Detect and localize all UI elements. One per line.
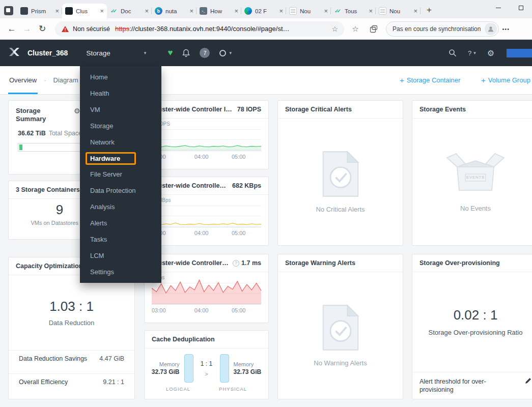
refresh-button[interactable]: ↻ [35,22,50,36]
browser-tab-active[interactable]: Clus× [62,4,107,18]
minimize-icon [496,8,501,8]
tab-close-icon[interactable]: × [189,7,193,15]
menu-item-health[interactable]: Health [80,85,161,102]
menu-item-alerts[interactable]: Alerts [80,215,161,231]
browser-tab[interactable]: Prism× [17,4,62,18]
row-label: Data Reduction Savings [19,355,87,369]
back-button[interactable]: ← [4,22,19,36]
menu-label: Alerts [90,219,107,227]
bookmark-icon[interactable]: ☆ [331,25,338,33]
tab-close-icon[interactable]: × [145,7,149,15]
browser-tab[interactable]: Doc× [107,4,152,18]
health-heart-icon[interactable]: ♥ [167,48,173,58]
menu-item-vm[interactable]: VM [80,102,161,118]
maximize-button[interactable] [510,0,532,15]
nutanix-logo [8,46,20,60]
logical-memory-stat: Memory32.73 GiB [152,361,180,375]
add-volume-group-button[interactable]: +Volume Group [481,66,532,94]
browser-tab[interactable]: Nou× [376,4,421,18]
over-provisioning-ratio: 0.02 : 1 [454,307,498,323]
tick-label: 05:00 [232,154,246,160]
tab-label: How [210,8,233,14]
info-icon[interactable]: ? [233,260,239,267]
search-icon[interactable] [449,49,457,57]
edit-pencil-icon[interactable] [525,377,531,384]
browser-tab[interactable]: Tous× [331,4,376,18]
menu-item-settings[interactable]: Settings [80,264,161,280]
favorites-icon[interactable]: ☆ [348,22,362,36]
savings-row: Data Reduction Savings 4.47 GiB [9,351,134,374]
browser-tab[interactable]: 02 F× [241,4,286,18]
new-tab-button[interactable]: + [423,4,436,17]
security-status[interactable]: Non sécurisé [73,25,110,33]
tab-close-icon[interactable]: × [324,7,328,15]
menu-item-analysis[interactable]: Analysis [80,199,161,215]
card-title: Storage Events [419,106,466,113]
chart-current-value: 682 KBps [232,182,261,189]
minimize-button[interactable] [487,0,510,15]
tasks-count-badge[interactable]: 7 [200,48,210,58]
cluster-favicon [65,7,73,15]
forward-button[interactable]: → [19,22,35,36]
document-check-icon [320,151,361,197]
progress-menu[interactable]: ▾ [219,50,232,56]
x-axis-ticks: 03:00 04:00 05:00 [152,151,261,161]
menu-item-tasks[interactable]: Tasks [80,231,161,247]
tab-overview[interactable]: Overview [8,66,38,94]
menu-item-hardware[interactable]: Hardware [80,150,161,166]
tab-close-icon[interactable]: × [369,7,373,15]
alerts-bell-icon[interactable] [182,49,190,57]
settings-gear-icon[interactable]: ⚙ [487,48,494,58]
url-text[interactable]: https://cluster-368.nutanix.ovh.net:9440… [115,25,328,33]
address-bar[interactable]: Non sécurisé https://cluster-368.nutanix… [55,21,344,37]
memory-label: Memory [234,361,254,367]
add-storage-container-button[interactable]: +Storage Container [400,66,460,94]
menu-item-lcm[interactable]: LCM [80,247,161,264]
menu-label: Settings [90,268,114,276]
menu-item-file-server[interactable]: File Server [80,166,161,183]
alert-threshold-label: Alert threshold for over-provisioning [419,377,506,394]
tab-close-icon[interactable]: × [234,7,238,15]
help-menu[interactable]: ?▾ [468,49,476,57]
physical-bar [220,354,229,383]
tab-workspaces-icon[interactable] [4,6,13,15]
physical-footer-label: PHYSICAL [219,386,247,392]
tab-label: nuta [165,8,188,14]
collections-glyph [370,25,378,33]
events-box-label: EVENTS [445,175,506,180]
widget-gear-icon[interactable]: ⚙ [74,107,80,115]
events-box-icon: EVENTS [445,152,506,196]
nav-dropdown-storage[interactable]: Storage ▾ [86,49,146,57]
tab-close-icon[interactable]: × [413,7,417,15]
browser-menu-icon[interactable]: ••• [502,26,510,32]
storage-usage-fill [19,144,22,150]
collections-icon[interactable] [367,22,381,36]
menu-item-data-protection[interactable]: Data Protection [80,183,161,199]
browser-tab[interactable]: How× [197,4,241,18]
controller-latency-chart-card: Cluster-wide Controller Latency?1.7 ms m… [144,254,269,323]
tab-close-icon[interactable]: × [279,7,283,15]
progress-circle-icon [219,50,226,56]
user-menu-selected[interactable] [507,49,532,57]
colorwheel-favicon [244,7,252,15]
browser-tab[interactable]: nuta× [152,4,197,18]
tab-close-icon[interactable]: × [100,7,104,15]
prism-favicon [20,7,28,15]
card-title: Storage Summary [16,107,63,124]
browser-tab-strip: Prism× Clus× Doc× nuta× How× 02 F× Nou× … [0,0,532,18]
menu-item-network[interactable]: Network [80,134,161,150]
menu-item-storage[interactable]: Storage [80,118,161,134]
browser-profile-button[interactable]: Pas en cours de synchronisation [386,21,499,37]
menu-label-highlighted: Hardware [86,152,136,165]
tab-diagram[interactable]: Diagram [52,66,79,94]
iops-sparkline: IOPS [152,120,261,151]
tab-close-icon[interactable]: × [55,7,59,15]
window-controls [487,0,532,15]
menu-label: Tasks [90,236,107,243]
browser-tab[interactable]: Nou× [286,4,331,18]
menu-item-home[interactable]: Home [80,69,161,85]
card-title: Storage Critical Alerts [285,106,352,113]
total-space-value: 36.62 TiB [18,130,46,137]
tick-label: 05:00 [232,230,246,236]
row-value: 9.21 : 1 [103,379,124,393]
